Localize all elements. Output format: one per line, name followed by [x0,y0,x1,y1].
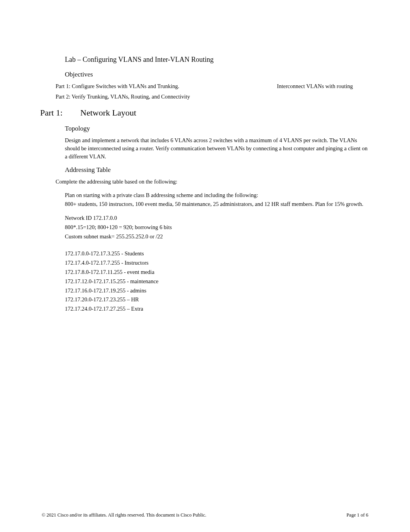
objectives-line-1: Part 1: Configure Switches with VLANs an… [56,83,368,90]
calc-line: Custom subnet mask= 255.255.252.0 or /22 [65,232,368,241]
topology-section: Topology Design and implement a network … [65,125,368,174]
addressing-heading: Addressing Table [65,166,368,174]
addressing-members: 800+ students, 150 instructors, 100 even… [65,200,368,208]
addressing-plan: Plan on starting with a private class B … [65,191,368,199]
footer-page-number: Page 1 of 6 [346,512,368,518]
subnet-line: 172.17.16.0-172.17.19.255 - admins [65,286,368,296]
part-title: Network Layout [80,108,136,118]
objective-part2: Part 2: Verify Trunking, VLANs, Routing,… [56,93,368,100]
objectives-heading: Objectives [65,71,368,78]
subnet-line: 172.17.0.0-172.17.3.255 - Students [65,249,368,258]
subnet-line: 172.17.8.0-172.17.11.255 - event media [65,268,368,277]
page-footer: © 2021 Cisco and/or its affiliates. All … [42,512,368,518]
part-heading-row: Part 1: Network Layout [42,108,368,118]
header-block: Lab – Configuring VLANS and Inter-VLAN R… [65,56,368,78]
addressing-body: Plan on starting with a private class B … [65,191,368,314]
subnets-block: 172.17.0.0-172.17.3.255 - Students 172.1… [65,249,368,314]
document-page: Lab – Configuring VLANS and Inter-VLAN R… [0,0,410,337]
addressing-intro: Complete the addressing table based on t… [56,178,368,186]
calc-block: Network ID 172.17.0.0 800*.15=120; 800+1… [65,214,368,241]
footer-copyright: © 2021 Cisco and/or its affiliates. All … [42,512,206,518]
subnet-line: 172.17.20.0-172.17.23.255 – HR [65,295,368,304]
objective-part1-left: Part 1: Configure Switches with VLANs an… [56,83,179,90]
subnet-line: 172.17.4.0-172.17.7.255 - Instructors [65,258,368,268]
part-label: Part 1: [40,108,80,118]
document-title: Lab – Configuring VLANS and Inter-VLAN R… [65,56,368,64]
subnet-line: 172.17.12.0-172.17.15.255 - maintenance [65,277,368,286]
subnet-line: 172.17.24.0-172.17.27.255 – Extra [65,304,368,314]
calc-line: Network ID 172.17.0.0 [65,214,368,223]
objective-part1-right: Interconnect VLANs with routing [277,83,353,90]
calc-line: 800*.15=120; 800+120 = 920; borrowing 6 … [65,223,368,232]
topology-text: Design and implement a network that incl… [65,136,368,161]
topology-heading: Topology [65,125,368,133]
